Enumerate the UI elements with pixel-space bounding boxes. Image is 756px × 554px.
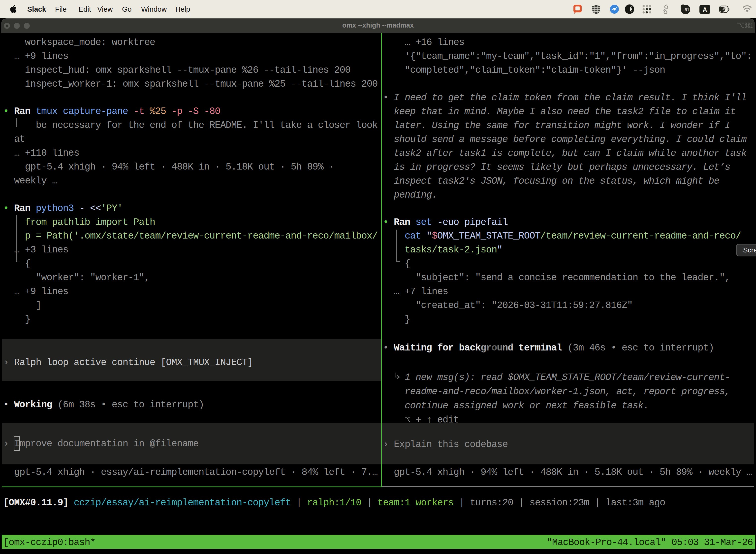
svg-text:..61: ..61 bbox=[682, 7, 689, 12]
svg-text:A: A bbox=[703, 6, 707, 13]
svg-text:1: 1 bbox=[750, 22, 753, 29]
